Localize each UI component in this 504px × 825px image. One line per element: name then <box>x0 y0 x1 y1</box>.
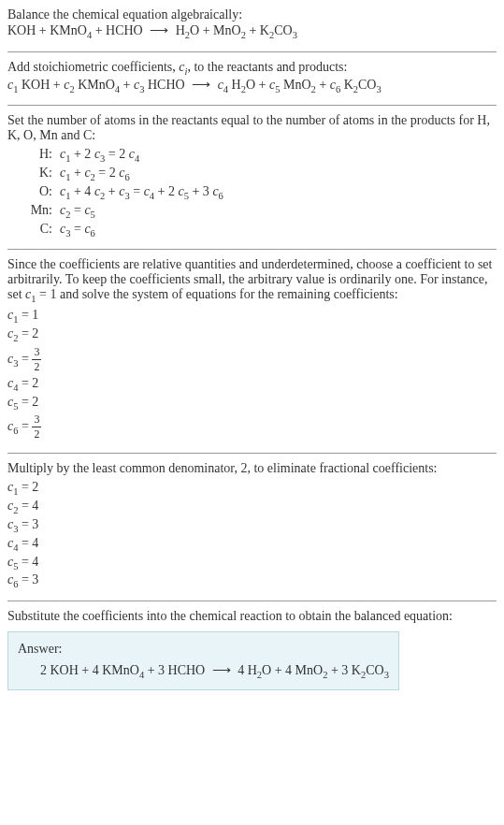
atom-row: C:c3 = c6 <box>22 222 497 239</box>
coef-item: c5 = 4 <box>7 555 497 572</box>
atom-label: Mn: <box>22 203 52 220</box>
coef-item: c2 = 4 <box>7 499 497 515</box>
atom-row: K:c1 + c2 = 2 c6 <box>22 166 497 182</box>
multiply-text: Multiply by the least common denominator… <box>7 461 497 476</box>
coef-item: c2 = 2 <box>7 326 497 343</box>
intro-text: Balance the chemical equation algebraica… <box>7 7 497 22</box>
intro-section: Balance the chemical equation algebraica… <box>7 7 497 40</box>
coef-item: c3 = 32 <box>7 345 497 374</box>
multiply-section: Multiply by the least common denominator… <box>7 461 497 589</box>
answer-label: Answer: <box>18 642 389 657</box>
answer-box: Answer: 2 KOH + 4 KMnO4 + 3 HCHO ⟶ 4 H2O… <box>7 631 399 690</box>
coef-item: c4 = 4 <box>7 536 497 553</box>
divider <box>7 249 497 250</box>
substitute-text: Substitute the coefficients into the che… <box>7 609 497 624</box>
coef-item: c6 = 32 <box>7 412 497 441</box>
coef-item: c3 = 3 <box>7 517 497 534</box>
atoms-table: H:c1 + 2 c3 = 2 c4 K:c1 + c2 = 2 c6 O:c1… <box>22 147 497 238</box>
atom-row: H:c1 + 2 c3 = 2 c4 <box>22 147 497 164</box>
substitute-section: Substitute the coefficients into the che… <box>7 609 497 690</box>
coef-item: c6 = 3 <box>7 572 497 589</box>
coef-list: c1 = 1 c2 = 2 c3 = 32 c4 = 2 c5 = 2 c6 =… <box>7 308 497 441</box>
atom-row: Mn:c2 = c5 <box>22 203 497 220</box>
atom-label: O: <box>22 184 52 201</box>
divider <box>7 453 497 454</box>
coef-item: c1 = 1 <box>7 308 497 325</box>
answer-equation: 2 KOH + 4 KMnO4 + 3 HCHO ⟶ 4 H2O + 4 MnO… <box>40 662 389 680</box>
coef-item: c4 = 2 <box>7 376 497 393</box>
stoich-text: Add stoichiometric coefficients, ci, to … <box>7 60 497 77</box>
atom-label: C: <box>22 222 52 239</box>
atoms-text: Set the number of atoms in the reactants… <box>7 113 497 143</box>
stoich-section: Add stoichiometric coefficients, ci, to … <box>7 60 497 94</box>
atoms-section: Set the number of atoms in the reactants… <box>7 113 497 238</box>
choose-text: Since the coefficients are relative quan… <box>7 257 497 304</box>
atom-row: O:c1 + 4 c2 + c3 = c4 + 2 c5 + 3 c6 <box>22 184 497 201</box>
divider <box>7 105 497 106</box>
choose-section: Since the coefficients are relative quan… <box>7 257 497 441</box>
coef-item: c5 = 2 <box>7 395 497 412</box>
atom-label: H: <box>22 147 52 164</box>
intro-equation: KOH + KMnO4 + HCHO ⟶ H2O + MnO2 + K2CO3 <box>7 22 497 40</box>
atom-eq: c1 + c2 = 2 c6 <box>60 166 130 182</box>
divider <box>7 51 497 52</box>
stoich-equation: c1 KOH + c2 KMnO4 + c3 HCHO ⟶ c4 H2O + c… <box>7 77 497 94</box>
atom-eq: c3 = c6 <box>60 222 95 239</box>
coef-item: c1 = 2 <box>7 480 497 497</box>
atom-eq: c2 = c5 <box>60 203 95 220</box>
coef-list: c1 = 2 c2 = 4 c3 = 3 c4 = 4 c5 = 4 c6 = … <box>7 480 497 589</box>
atom-eq: c1 + 4 c2 + c3 = c4 + 2 c5 + 3 c6 <box>60 184 223 201</box>
atom-label: K: <box>22 166 52 182</box>
atom-eq: c1 + 2 c3 = 2 c4 <box>60 147 139 164</box>
divider <box>7 601 497 601</box>
